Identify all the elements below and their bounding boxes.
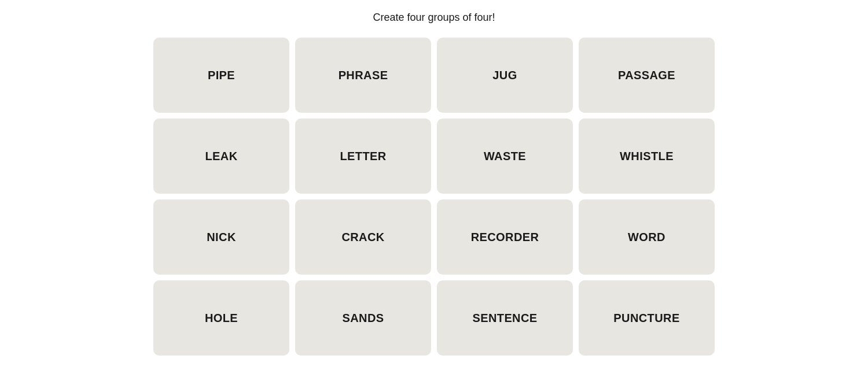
tile-pipe[interactable]: PIPE <box>153 38 289 113</box>
tile-waste[interactable]: WASTE <box>437 119 573 194</box>
tile-label-sands: SANDS <box>342 312 384 325</box>
tile-recorder[interactable]: RECORDER <box>437 199 573 275</box>
tile-phrase[interactable]: PHRASE <box>295 38 431 113</box>
tile-label-nick: NICK <box>207 231 236 244</box>
tile-label-crack: CRACK <box>341 231 384 244</box>
tile-nick[interactable]: NICK <box>153 199 289 275</box>
tile-word[interactable]: WORD <box>579 199 715 275</box>
tile-label-pipe: PIPE <box>208 69 235 82</box>
tile-label-letter: LETTER <box>340 150 386 163</box>
tile-leak[interactable]: LEAK <box>153 119 289 194</box>
tile-label-word: WORD <box>628 231 665 244</box>
tile-label-sentence: SENTENCE <box>472 312 537 325</box>
tile-label-phrase: PHRASE <box>339 69 388 82</box>
tile-whistle[interactable]: WHISTLE <box>579 119 715 194</box>
tile-puncture[interactable]: PUNCTURE <box>579 280 715 356</box>
tile-crack[interactable]: CRACK <box>295 199 431 275</box>
tile-sands[interactable]: SANDS <box>295 280 431 356</box>
tile-label-recorder: RECORDER <box>471 231 539 244</box>
word-grid: PIPEPHRASEJUGPASSAGELEAKLETTERWASTEWHIST… <box>153 38 715 356</box>
tile-letter[interactable]: LETTER <box>295 119 431 194</box>
tile-label-whistle: WHISTLE <box>620 150 674 163</box>
game-subtitle: Create four groups of four! <box>373 12 495 24</box>
tile-label-passage: PASSAGE <box>618 69 675 82</box>
tile-passage[interactable]: PASSAGE <box>579 38 715 113</box>
tile-label-leak: LEAK <box>205 150 237 163</box>
tile-hole[interactable]: HOLE <box>153 280 289 356</box>
tile-label-waste: WASTE <box>484 150 526 163</box>
tile-sentence[interactable]: SENTENCE <box>437 280 573 356</box>
tile-label-puncture: PUNCTURE <box>613 312 679 325</box>
tile-label-hole: HOLE <box>205 312 238 325</box>
tile-label-jug: JUG <box>492 69 517 82</box>
tile-jug[interactable]: JUG <box>437 38 573 113</box>
